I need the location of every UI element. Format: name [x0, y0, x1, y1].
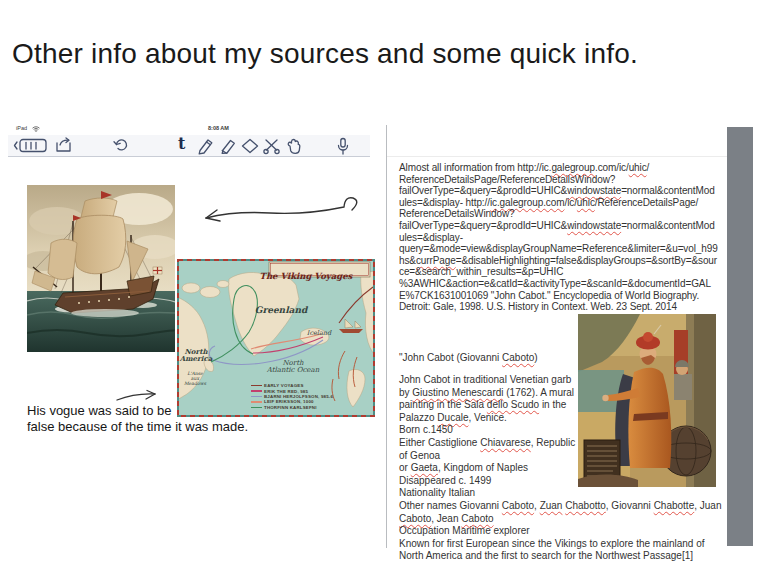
annotation-arrow-left [192, 195, 364, 225]
map-label-greenland: Greenland [248, 306, 314, 315]
scissors-tool-icon[interactable] [262, 137, 282, 155]
map-label-lanse-3: Meadows [180, 382, 210, 387]
library-back-button[interactable] [13, 137, 49, 154]
document-window-edge[interactable] [727, 127, 753, 546]
undo-icon[interactable] [112, 137, 130, 153]
map-legend: EARLY VOYAGES ERIK THE RED, 985 BJARNI H… [251, 383, 361, 410]
page-title: Other info about my sources and some qui… [12, 38, 638, 70]
eraser-tool-icon[interactable] [240, 137, 260, 155]
map-label-iceland: Iceland [299, 330, 339, 337]
carrier-label: iPad [16, 125, 27, 131]
wifi-icon [32, 126, 40, 132]
source-citation-text: Almost all information from http://ic.ga… [399, 162, 729, 313]
bio-heading: "John Cabot (Giovanni Caboto) [399, 352, 729, 364]
clock-label: 8:08 AM [208, 125, 229, 131]
microphone-icon[interactable] [334, 137, 352, 156]
map-label-north-america-2: America [178, 355, 214, 362]
legend-row: THORFINN KARLSEFNI [251, 405, 361, 410]
document-top-divider [387, 156, 727, 157]
pen-tool-icon[interactable] [196, 137, 216, 155]
highlighter-tool-icon[interactable] [218, 137, 238, 155]
ipad-screenshot: iPad 8:08 AM t [8, 110, 378, 450]
map-title: The Viking Voyages [255, 272, 357, 281]
document-left-edge [386, 125, 387, 548]
share-icon[interactable] [54, 137, 74, 154]
annotation-arrow-right [115, 387, 161, 403]
ipad-status-bar: iPad 8:08 AM [8, 125, 370, 134]
ipad-toolbar: t [8, 135, 370, 157]
bio-text: John Cabot in traditional Venetian garbb… [399, 374, 729, 561]
vogue-note-line2: false because of the time it was made. [27, 419, 248, 434]
text-tool-icon[interactable]: t [178, 134, 185, 153]
hand-tool-icon[interactable] [284, 137, 304, 155]
ship-painting [27, 185, 175, 352]
map-label-ocean-2: Atlantic Ocean [258, 367, 328, 374]
vogue-note-line1: His vogue was said to be [27, 403, 172, 418]
